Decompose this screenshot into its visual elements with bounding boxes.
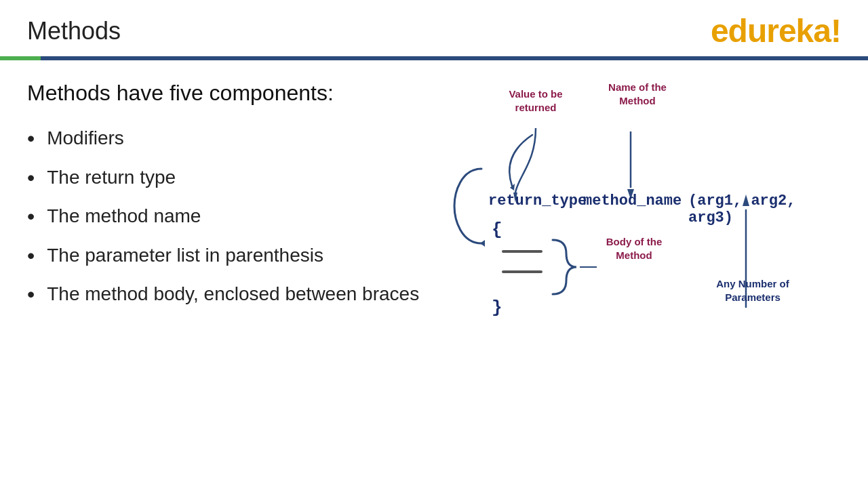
open-brace-code: { <box>492 220 502 240</box>
list-item: The return type <box>27 165 434 192</box>
diagram-svg <box>448 74 841 386</box>
body-line-1 <box>502 250 542 253</box>
args-code: (arg1, arg2, arg3) <box>688 192 841 226</box>
svg-marker-2 <box>480 240 485 247</box>
list-item: The parameter list in parenthesis <box>27 243 434 270</box>
left-panel: Methods have five components: Modifiers … <box>27 81 434 386</box>
close-brace-code: } <box>492 298 502 318</box>
list-item: The method name <box>27 204 434 231</box>
bullet-list: Modifiers The return type The method nam… <box>27 126 434 309</box>
diagram: return_type method_name (arg1, arg2, arg… <box>448 74 841 386</box>
subtitle: Methods have five components: <box>27 81 434 106</box>
logo-text: edureka <box>711 13 831 49</box>
svg-marker-1 <box>510 184 515 190</box>
page-title: Methods <box>27 17 121 45</box>
right-panel: return_type method_name (arg1, arg2, arg… <box>434 74 841 386</box>
label-body: Body of the Method <box>593 235 675 262</box>
list-item: The method body, enclosed between braces <box>27 282 434 309</box>
label-value-returned: Value to be returned <box>498 87 573 114</box>
method-name-code: method_name <box>583 192 682 209</box>
separator-bar <box>0 56 868 60</box>
header: Methods edureka! <box>0 0 868 56</box>
return-type-code: return_type <box>488 192 587 209</box>
body-line-2 <box>502 270 542 273</box>
label-name-method: Name of the Method <box>597 81 678 107</box>
main-content: Methods have five components: Modifiers … <box>0 81 868 386</box>
list-item: Modifiers <box>27 126 434 153</box>
logo-exclaim: ! <box>831 13 841 49</box>
label-params: Any Number of Parameters <box>702 277 804 304</box>
logo: edureka! <box>711 12 841 49</box>
